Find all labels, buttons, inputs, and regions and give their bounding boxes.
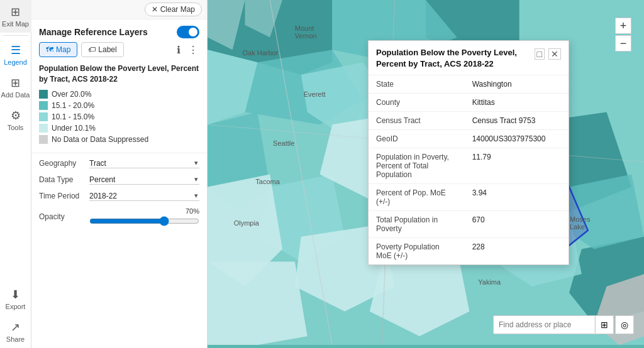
popup-row: CountyKittitas — [369, 94, 569, 112]
more-options-icon[interactable]: ⋮ — [187, 43, 199, 57]
clear-map-button[interactable]: ✕ Clear Map — [145, 3, 202, 16]
info-icon[interactable]: ℹ — [175, 43, 182, 57]
popup-maximize-button[interactable]: □ — [535, 48, 545, 60]
zoom-out-button[interactable]: − — [615, 35, 631, 52]
popup-row-value: 670 — [465, 211, 569, 238]
timeperiod-row: Time Period 2018-22 — [39, 191, 199, 201]
clear-map-label: Clear Map — [160, 5, 195, 14]
legend-item-label: Over 20.0% — [52, 90, 91, 99]
tab-label[interactable]: 🏷 Label — [81, 42, 123, 57]
basemap-gallery-button[interactable]: ⊞ — [595, 315, 614, 334]
popup-row-key: Percent of Pop. MoE (+/-) — [369, 184, 465, 211]
zoom-in-button[interactable]: + — [615, 18, 631, 34]
sidebar-item-label: Share — [6, 335, 25, 343]
popup-controls: □ ✕ — [535, 48, 561, 60]
label-tab-icon: 🏷 — [88, 45, 96, 54]
map-bottom-buttons: ⊞ ◎ — [595, 315, 634, 334]
legend-title: Population Below the Poverty Level, Perc… — [31, 60, 207, 90]
legend-swatch — [39, 90, 48, 99]
tab-map[interactable]: 🗺 Map — [39, 42, 77, 57]
legend-item: 15.1 - 20.0% — [39, 101, 199, 110]
popup-row-key: State — [369, 75, 465, 94]
form-section: Geography Tract Data Type Percent Time P… — [31, 153, 207, 231]
timeperiod-label: Time Period — [39, 192, 89, 200]
popup-row: Percent of Pop. MoE (+/-)3.94 — [369, 184, 569, 211]
legend-item-label: Under 10.1% — [52, 124, 96, 133]
popup-row-value: 11.79 — [465, 148, 569, 184]
timeperiod-select-wrapper: 2018-22 — [89, 191, 199, 201]
panel-action-icons: ℹ ⋮ — [175, 43, 199, 57]
exit-map-icon: ⊞ — [11, 5, 20, 19]
sidebar-item-tools[interactable]: ⚙ Tools — [0, 104, 31, 136]
legend-item: Under 10.1% — [39, 124, 199, 133]
legend-swatch — [39, 124, 48, 133]
popup-row: Census TractCensus Tract 9753 — [369, 112, 569, 130]
datatype-row: Data Type Percent — [39, 175, 199, 185]
panel-title: Manage Reference Layers — [39, 27, 148, 37]
map-tab-icon: 🗺 — [46, 45, 53, 54]
sidebar-item-legend[interactable]: ☰ Legend — [0, 38, 31, 71]
export-icon: ⬇ — [11, 288, 20, 302]
sidebar: ⊞ Exit Map ☰ Legend ⊞ Add Data ⚙ Tools ⬇… — [0, 0, 31, 348]
panel-header: Manage Reference Layers — [31, 19, 207, 42]
legend-item-label: 15.1 - 20.0% — [52, 101, 94, 110]
tools-icon: ⚙ — [11, 109, 21, 122]
legend-icon: ☰ — [11, 43, 21, 57]
map-search-input[interactable] — [494, 320, 594, 329]
opacity-label: Opacity — [39, 212, 89, 221]
geography-row: Geography Tract — [39, 158, 199, 168]
label-tab-label: Label — [98, 45, 116, 54]
reference-layers-toggle[interactable] — [177, 26, 199, 38]
sidebar-item-label: Add Data — [1, 91, 30, 99]
svg-marker-21 — [208, 261, 308, 345]
legend-items: Over 20.0%15.1 - 20.0%10.1 - 15.0%Under … — [31, 90, 207, 153]
opacity-slider-wrap: 70% — [89, 207, 199, 226]
map-tab-label: Map — [56, 45, 70, 54]
popup-header: Population Below the Poverty Level, Perc… — [369, 41, 569, 75]
collapse-panel-button[interactable]: ◀ — [207, 161, 208, 187]
timeperiod-select[interactable]: 2018-22 — [89, 192, 128, 200]
legend-item-label: No Data or Data Suppressed — [52, 135, 148, 144]
geography-select-wrapper: Tract — [89, 158, 199, 168]
opacity-slider[interactable] — [89, 216, 199, 226]
popup-row-value: Kittitas — [465, 94, 569, 112]
popup-row-key: Poverty Population MoE (+/-) — [369, 238, 465, 265]
geography-select[interactable]: Tract — [89, 159, 116, 168]
popup-row-value: 228 — [465, 238, 569, 265]
map-area[interactable]: MountVernon Oak Harbor Everett Seattle T… — [208, 0, 644, 348]
popup-row-key: Population in Poverty, Percent of Total … — [369, 148, 465, 184]
sidebar-item-label: Legend — [4, 58, 27, 66]
legend-swatch — [39, 112, 48, 121]
locate-button[interactable]: ◎ — [615, 315, 634, 334]
sidebar-item-exit-map[interactable]: ⊞ Exit Map — [0, 0, 31, 33]
sidebar-item-label: Export — [6, 303, 26, 310]
popup-row: GeoID14000US3037975300 — [369, 130, 569, 148]
clear-icon: ✕ — [152, 5, 158, 14]
popup-row: StateWashington — [369, 75, 569, 94]
sidebar-item-add-data[interactable]: ⊞ Add Data — [0, 71, 31, 104]
geography-label: Geography — [39, 159, 89, 168]
popup-row-key: GeoID — [369, 130, 465, 148]
sidebar-item-share[interactable]: ↗ Share — [0, 315, 31, 348]
popup-row-value: Washington — [465, 75, 569, 94]
popup-row: Poverty Population MoE (+/-)228 — [369, 238, 569, 265]
sidebar-item-label: Exit Map — [2, 20, 29, 28]
legend-item: 10.1 - 15.0% — [39, 112, 199, 121]
popup-row-key: Census Tract — [369, 112, 465, 130]
panel-topbar: ✕ Clear Map — [31, 0, 207, 19]
popup-row: Total Population in Poverty670 — [369, 211, 569, 238]
popup-table: StateWashingtonCountyKittitasCensus Trac… — [369, 75, 569, 264]
datatype-select[interactable]: Percent — [89, 175, 126, 184]
datatype-select-wrapper: Percent — [89, 175, 199, 185]
legend-item: No Data or Data Suppressed — [39, 135, 199, 144]
sidebar-divider — [3, 35, 28, 36]
popup-row: Population in Poverty, Percent of Total … — [369, 148, 569, 184]
legend-item: Over 20.0% — [39, 90, 199, 99]
share-icon: ↗ — [11, 320, 20, 334]
popup-close-button[interactable]: ✕ — [548, 48, 561, 60]
sidebar-item-export[interactable]: ⬇ Export — [0, 283, 31, 315]
legend-swatch — [39, 101, 48, 110]
toggle-slider — [177, 26, 199, 38]
datatype-label: Data Type — [39, 175, 89, 184]
opacity-value: 70% — [186, 207, 199, 215]
